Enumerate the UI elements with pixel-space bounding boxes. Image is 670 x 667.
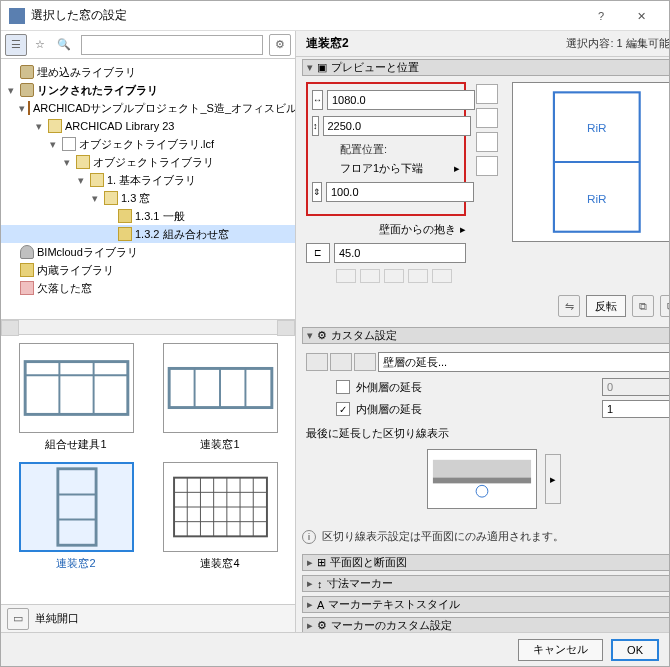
info-icon: i bbox=[302, 530, 316, 544]
section-plan-bar[interactable]: ▸⊞平面図と断面図 bbox=[302, 554, 669, 571]
ok-button[interactable]: OK bbox=[611, 639, 659, 661]
mirror-icon[interactable]: ⇋ bbox=[558, 295, 580, 317]
svg-rect-8 bbox=[57, 469, 95, 545]
tree-item[interactable]: 内蔵ライブラリ bbox=[1, 261, 295, 279]
opening-label: 単純開口 bbox=[35, 611, 79, 626]
next-preview-button[interactable]: ▸ bbox=[545, 454, 561, 504]
view-icon-1[interactable] bbox=[476, 84, 498, 104]
chevron-down-icon: ▾ bbox=[307, 61, 313, 74]
selection-info: 選択内容: 1 編集可能: 1 bbox=[566, 36, 669, 51]
inner-ext-input[interactable] bbox=[602, 400, 669, 418]
orient-icon-1[interactable]: ⧉ bbox=[632, 295, 654, 317]
offset-icon: ⇕ bbox=[312, 182, 322, 202]
orient-icon-2[interactable]: ⧉ bbox=[660, 295, 669, 317]
tree-item[interactable]: ▾オブジェクトライブラリ bbox=[1, 153, 295, 171]
left-panel: ☰ ☆ 🔍 ⚙ 埋め込みライブラリ▾リンクされたライブラリ▾ARCHICADサン… bbox=[1, 31, 296, 632]
view-icon-3[interactable] bbox=[476, 132, 498, 152]
section-plan-title: 平面図と断面図 bbox=[330, 555, 407, 570]
tree-item[interactable]: ▾ARCHICAD Library 23 bbox=[1, 117, 295, 135]
outer-ext-label: 外側層の延長 bbox=[356, 380, 596, 395]
position-value[interactable]: フロア1から下端 bbox=[340, 161, 450, 176]
app-icon bbox=[9, 8, 25, 24]
catalog-item[interactable]: 組合せ建具1 bbox=[9, 343, 143, 452]
search-input[interactable] bbox=[81, 35, 263, 55]
dialog-window: 選択した窓の設定 ? ✕ ☰ ☆ 🔍 ⚙ 埋め込みライブラリ▾リンクされたライブ… bbox=[0, 0, 670, 667]
tree-view-button[interactable]: ☰ bbox=[5, 34, 27, 56]
tree-item[interactable]: ▾オブジェクトライブラリ.lcf bbox=[1, 135, 295, 153]
width-input[interactable] bbox=[327, 90, 475, 110]
svg-point-27 bbox=[476, 485, 488, 497]
custom-tab-2[interactable] bbox=[330, 353, 352, 371]
right-header: 連装窓2 選択内容: 1 編集可能: 1 bbox=[296, 31, 669, 57]
section-marker-bar[interactable]: ▸↕寸法マーカー bbox=[302, 575, 669, 592]
opening-icon[interactable]: ▭ bbox=[7, 608, 29, 630]
left-toolbar: ☰ ☆ 🔍 ⚙ bbox=[1, 31, 295, 59]
preview-thumbnail: RiRRiR bbox=[512, 82, 669, 242]
dialog-body: ☰ ☆ 🔍 ⚙ 埋め込みライブラリ▾リンクされたライブラリ▾ARCHICADサン… bbox=[1, 31, 669, 632]
height-icon: ↕ bbox=[312, 116, 319, 136]
catalog-item[interactable]: 連装窓2 bbox=[9, 462, 143, 571]
catalog-item[interactable]: 連装窓1 bbox=[153, 343, 287, 452]
anchor-icons[interactable] bbox=[336, 269, 466, 283]
custom-dropdown[interactable]: 壁層の延長... ▾ bbox=[378, 352, 669, 372]
wall-offset-input[interactable] bbox=[334, 243, 466, 263]
inner-ext-label: 内側層の延長 bbox=[356, 402, 596, 417]
view-icon-4[interactable] bbox=[476, 156, 498, 176]
tree-h-scrollbar[interactable] bbox=[1, 319, 295, 335]
tree-item[interactable]: 欠落した窓 bbox=[1, 279, 295, 297]
help-button[interactable]: ? bbox=[581, 2, 621, 30]
left-footer: ▭ 単純開口 bbox=[1, 604, 295, 632]
section-mtext-title: マーカーテキストスタイル bbox=[328, 597, 460, 612]
titlebar: 選択した窓の設定 ? ✕ bbox=[1, 1, 669, 31]
tree-item[interactable]: ▾1. 基本ライブラリ bbox=[1, 171, 295, 189]
tree-item[interactable]: 1.3.1 一般 bbox=[1, 207, 295, 225]
tree-item[interactable]: ▾1.3 窓 bbox=[1, 189, 295, 207]
search-button[interactable]: 🔍 bbox=[53, 34, 75, 56]
flip-button[interactable]: 反転 bbox=[586, 295, 626, 317]
tree-item[interactable]: 埋め込みライブラリ bbox=[1, 63, 295, 81]
chevron-down-icon: ▾ bbox=[307, 329, 313, 342]
section-custom-body: 壁層の延長... ▾ 外側層の延長 ✓ 内側層の延長 最後に延長した区切り線表 bbox=[306, 350, 669, 517]
section-preview-body: ↔ ↕ 配置位置: フロア1から下端 ▸ bbox=[306, 82, 669, 317]
inner-ext-checkbox[interactable]: ✓ bbox=[336, 402, 350, 416]
tree-item[interactable]: BIMcloudライブラリ bbox=[1, 243, 295, 261]
custom-tab-1[interactable] bbox=[306, 353, 328, 371]
dialog-title: 選択した窓の設定 bbox=[31, 7, 581, 24]
svg-rect-25 bbox=[433, 460, 531, 478]
custom-dropdown-label: 壁層の延長... bbox=[383, 355, 447, 370]
section-mcustom-bar[interactable]: ▸⚙マーカーのカスタム設定 bbox=[302, 617, 669, 632]
note-line: i 区切り線表示設定は平面図にのみ適用されます。 bbox=[302, 529, 669, 544]
offset-input[interactable] bbox=[326, 182, 474, 202]
note-text: 区切り線表示設定は平面図にのみ適用されます。 bbox=[322, 529, 564, 544]
close-button[interactable]: ✕ bbox=[621, 2, 661, 30]
catalog-item[interactable]: 連装窓4 bbox=[153, 462, 287, 571]
outer-ext-input bbox=[602, 378, 669, 396]
tree-item[interactable]: ▾ARCHICADサンプルプロジェクト_S造_オフィスビル_AC23.pln bbox=[1, 99, 295, 117]
height-input[interactable] bbox=[323, 116, 471, 136]
tree-item[interactable]: ▾リンクされたライブラリ bbox=[1, 81, 295, 99]
position-arrow-icon[interactable]: ▸ bbox=[454, 162, 460, 175]
section-mtext-bar[interactable]: ▸Aマーカーテキストスタイル bbox=[302, 596, 669, 613]
section-custom-title: カスタム設定 bbox=[331, 328, 397, 343]
catalog-grid: 組合せ建具1連装窓1連装窓2連装窓4 bbox=[1, 335, 295, 604]
section-custom-bar[interactable]: ▾ ⚙ カスタム設定 bbox=[302, 327, 669, 344]
outer-ext-checkbox[interactable] bbox=[336, 380, 350, 394]
params-group: ↔ ↕ 配置位置: フロア1から下端 ▸ bbox=[306, 82, 466, 216]
section-marker-title: 寸法マーカー bbox=[327, 576, 393, 591]
wall-arrow-icon[interactable]: ▸ bbox=[460, 223, 466, 236]
wall-offset-label: 壁面からの抱き bbox=[379, 222, 456, 237]
settings-button[interactable]: ⚙ bbox=[269, 34, 291, 56]
view-mode-icons[interactable] bbox=[476, 82, 502, 289]
cancel-button[interactable]: キャンセル bbox=[518, 639, 603, 661]
width-icon: ↔ bbox=[312, 90, 323, 110]
preview-icon: ▣ bbox=[317, 61, 327, 74]
object-name: 連装窓2 bbox=[306, 35, 349, 52]
section-preview-title: プレビューと位置 bbox=[331, 60, 419, 75]
view-icon-2[interactable] bbox=[476, 108, 498, 128]
custom-tab-3[interactable] bbox=[354, 353, 376, 371]
tree-item[interactable]: 1.3.2 組み合わせ窓 bbox=[1, 225, 295, 243]
favorite-button[interactable]: ☆ bbox=[29, 34, 51, 56]
section-preview-bar[interactable]: ▾ ▣ プレビューと位置 bbox=[302, 59, 669, 76]
library-tree[interactable]: 埋め込みライブラリ▾リンクされたライブラリ▾ARCHICADサンプルプロジェクト… bbox=[1, 59, 295, 319]
svg-text:RiR: RiR bbox=[587, 192, 607, 205]
